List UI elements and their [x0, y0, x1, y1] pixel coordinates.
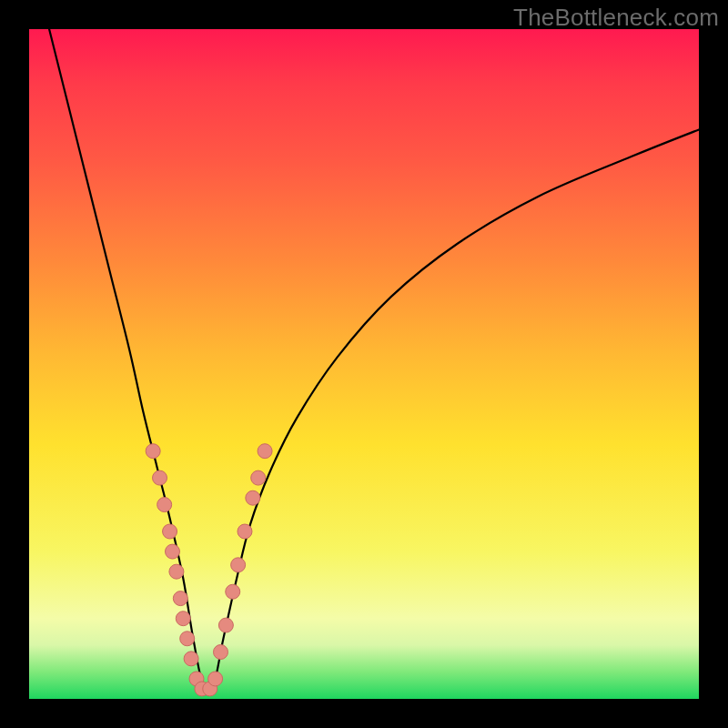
curve-marker	[173, 592, 187, 606]
marker-group	[146, 444, 272, 696]
curve-marker	[153, 470, 167, 485]
curve-marker	[208, 672, 223, 686]
curve-marker	[146, 444, 160, 459]
curve-marker	[218, 618, 233, 632]
plot-area	[29, 29, 699, 699]
bottleneck-curve	[49, 29, 699, 692]
curve-marker	[251, 470, 266, 485]
curve-marker	[238, 524, 252, 539]
watermark-text: TheBottleneck.com	[513, 4, 719, 32]
curve-marker	[176, 612, 190, 626]
curve-marker	[214, 644, 228, 659]
chart-frame: TheBottleneck.com	[0, 0, 728, 728]
curve-marker	[231, 558, 246, 572]
curve-marker	[169, 564, 184, 579]
curve-marker	[226, 584, 240, 599]
curve-marker	[157, 498, 172, 512]
curve-marker	[184, 652, 198, 666]
curve-marker	[163, 524, 177, 539]
curve-marker	[166, 544, 180, 559]
curve-marker	[246, 490, 260, 505]
curve-layer	[29, 29, 699, 699]
curve-marker	[180, 632, 195, 646]
curve-marker	[258, 444, 272, 459]
